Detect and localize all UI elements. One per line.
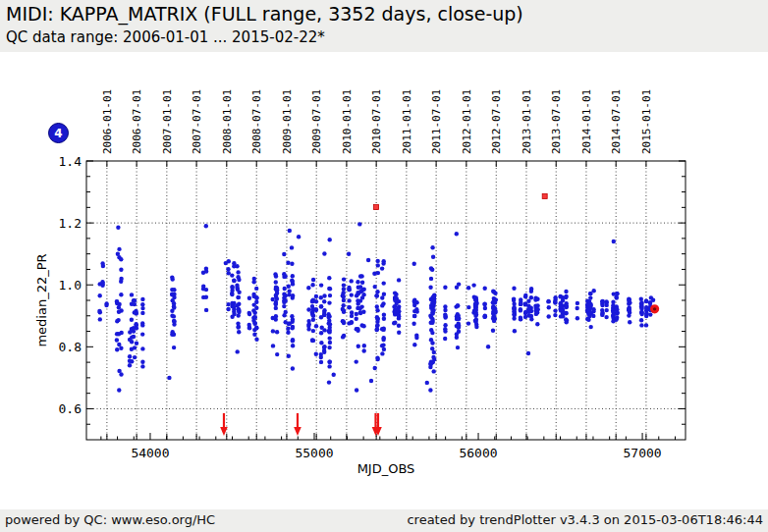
x-tick-label: 55000	[295, 446, 333, 460]
date-tick-label: 2006-07-01	[131, 89, 143, 154]
plot-footer: powered by QC: www.eso.org/HC created by…	[0, 509, 768, 532]
plot-border	[86, 161, 686, 440]
y-tick-label: 0.8	[59, 340, 82, 354]
y-tick-label: 0.6	[59, 401, 82, 416]
x-axis-ticks: 54000550005600057000	[101, 433, 676, 460]
date-tick-label: 2007-01-01	[161, 89, 174, 154]
footer-created-by: created by trendPlotter v3.4.3 on 2015-0…	[407, 512, 763, 527]
gridlines	[86, 161, 686, 440]
x-tick-label: 57000	[624, 446, 662, 460]
x-tick-label: 56000	[459, 446, 497, 460]
date-tick-label: 2012-07-01	[490, 89, 503, 154]
date-tick-label: 2014-07-01	[610, 89, 623, 154]
y-axis-ticks: 0.60.81.01.21.4	[59, 154, 686, 425]
trend-plot[interactable]: 0.60.81.01.21.4540005500056000570002006-…	[0, 0, 768, 532]
trendplotter-page: MIDI: KAPPA_MATRIX (FULL range, 3352 day…	[0, 0, 768, 532]
y-tick-label: 1.0	[59, 278, 82, 293]
date-tick-label: 2006-01-01	[101, 89, 114, 154]
y-tick-label: 1.4	[59, 154, 82, 169]
date-tick-label: 2014-01-01	[580, 89, 593, 154]
date-tick-label: 2009-07-01	[310, 89, 323, 154]
event-arrows	[220, 413, 382, 436]
x-axis-title: MJD_OBS	[357, 461, 415, 476]
outlier-points	[373, 193, 547, 209]
date-tick-label: 2008-01-01	[221, 89, 234, 154]
date-tick-label: 2010-07-01	[370, 89, 383, 154]
date-tick-label: 2009-01-01	[281, 89, 294, 154]
date-tick-label: 2013-01-01	[521, 89, 533, 154]
latest-point-marker	[650, 304, 659, 313]
date-tick-label: 2011-01-01	[401, 89, 413, 154]
date-tick-label: 2007-07-01	[191, 89, 203, 154]
date-tick-label: 2013-07-01	[550, 89, 563, 154]
y-axis-title: median_22_PR	[34, 253, 49, 346]
x-tick-label: 54000	[131, 446, 169, 460]
date-tick-label: 2015-01-01	[640, 89, 653, 154]
y-tick-label: 1.2	[59, 216, 82, 231]
date-tick-label: 2008-07-01	[250, 89, 263, 154]
date-tick-label: 2011-07-01	[430, 89, 443, 154]
footer-powered-by: powered by QC: www.eso.org/HC	[5, 512, 215, 527]
date-tick-label: 2012-01-01	[461, 89, 473, 154]
date-tick-label: 2010-01-01	[341, 89, 354, 154]
